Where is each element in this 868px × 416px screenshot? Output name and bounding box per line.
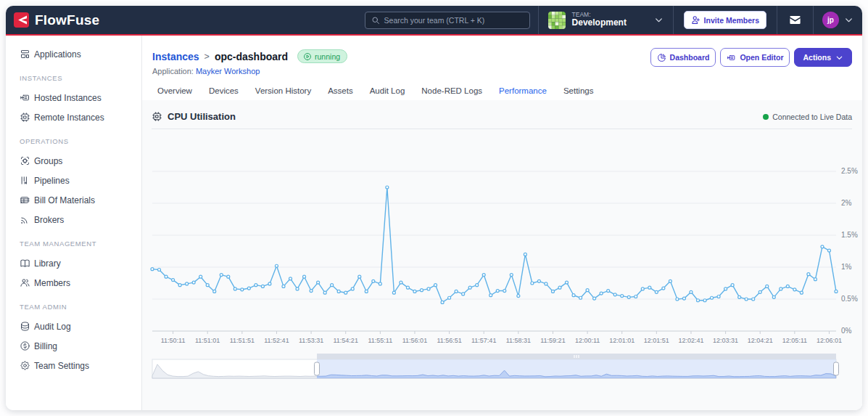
cpu-chip-icon [152,111,162,122]
instance-name: opc-dashboard [215,51,288,62]
notifications-button[interactable] [777,6,813,34]
chart-navigator[interactable] [142,350,862,383]
live-status-dot [763,114,769,120]
sidebar-item-label: Billing [34,341,57,351]
panel-title: CPU Utilisation [168,111,236,122]
chart-pie-icon [657,53,666,62]
sidebar-item-label: Brokers [34,215,64,225]
mail-icon [788,13,802,27]
svg-text:11:59:21: 11:59:21 [540,337,565,344]
brokers-icon [20,214,30,225]
sidebar-item-groups[interactable]: Groups [6,151,141,171]
sidebar-item-label: Library [34,258,61,269]
sidebar-item-label: Team Settings [34,361,89,371]
sidebar-item-library[interactable]: Library [6,253,141,273]
user-add-icon [691,15,700,25]
performance-content: CPU Utilisation Connected to Live Data 0… [142,100,862,410]
invite-members-label: Invite Members [704,16,759,25]
dashboard-button[interactable]: Dashboard [650,48,716,67]
sidebar-section-header: TEAM MANAGEMENT [20,240,141,248]
team-name: Development [572,18,648,28]
sidebar-item-audit-log[interactable]: Audit Log [6,317,141,336]
sidebar-item-label: Pipelines [34,176,70,186]
sidebar-section-header: OPERATIONS [20,137,141,145]
sidebar-item-applications[interactable]: Applications [6,44,141,64]
svg-text:0.5%: 0.5% [841,295,858,303]
user-menu[interactable]: jp [813,6,862,34]
application-link[interactable]: Mayker Workshop [196,67,260,76]
team-settings-icon [20,360,30,371]
invite-members-button[interactable]: Invite Members [684,11,766,29]
groups-icon [20,155,30,166]
sidebar-section-header: TEAM ADMIN [20,303,141,311]
sidebar-item-brokers[interactable]: Brokers [6,210,141,229]
user-avatar: jp [822,12,839,28]
app-window: FlowFuse Search your team (CTRL + K) TEA… [6,6,862,410]
svg-text:12:06:01: 12:06:01 [817,337,842,344]
sidebar-item-label: Applications [34,49,81,60]
sidebar-item-bill-of-materials[interactable]: Bill Of Materials [6,190,141,210]
svg-text:11:52:41: 11:52:41 [264,337,289,344]
svg-text:11:56:51: 11:56:51 [437,337,461,344]
status-badge-label: running [315,52,340,61]
sidebar-section-header: INSTANCES [20,74,141,82]
team-avatar [548,12,566,29]
live-status-label: Connected to Live Data [772,113,852,121]
members-icon [20,277,30,288]
sidebar-item-pipelines[interactable]: Pipelines [6,171,141,190]
svg-text:11:51:01: 11:51:01 [195,337,220,344]
breadcrumb-instances-link[interactable]: Instances [152,51,199,62]
bill-of-materials-icon [20,195,30,205]
hosted-instances-icon [20,92,30,103]
svg-text:11:51:51: 11:51:51 [230,337,255,344]
team-search-input[interactable]: Search your team (CTRL + K) [365,12,530,29]
cpu-utilisation-chart: 0%0.5%1%1.5%2%2.5%11:50:1111:51:0111:51:… [142,131,862,348]
application-label: Application: [152,67,194,76]
sidebar-item-billing[interactable]: Billing [6,336,141,356]
sidebar-item-remote-instances[interactable]: Remote Instances [6,107,141,127]
live-status: Connected to Live Data [763,113,852,121]
flowfuse-logo-icon [14,12,29,28]
sidebar-item-label: Bill Of Materials [34,195,95,205]
play-circle-icon [303,52,312,61]
sidebar-item-label: Members [34,278,70,288]
svg-text:1.5%: 1.5% [841,231,858,239]
sidebar: ApplicationsINSTANCESHosted InstancesRem… [6,36,142,410]
audit-log-icon [20,321,30,332]
chevron-down-icon [835,54,843,62]
svg-text:1%: 1% [841,263,852,271]
billing-icon [20,340,30,351]
svg-text:11:55:11: 11:55:11 [368,337,392,344]
svg-text:11:50:11: 11:50:11 [161,337,186,344]
chevron-down-icon [654,15,664,25]
sidebar-item-hosted-instances[interactable]: Hosted Instances [6,88,141,107]
svg-text:12:01:01: 12:01:01 [609,337,635,344]
open-editor-label: Open Editor [740,53,783,62]
svg-text:11:58:31: 11:58:31 [506,337,531,344]
actions-button[interactable]: Actions [794,48,852,67]
svg-text:11:56:01: 11:56:01 [402,337,427,344]
flowfuse-brand[interactable]: FlowFuse [6,12,99,28]
open-editor-button[interactable]: Open Editor [720,48,790,67]
svg-text:12:00:11: 12:00:11 [575,337,600,344]
sidebar-item-label: Audit Log [34,322,71,332]
svg-text:0%: 0% [841,327,852,335]
svg-text:12:03:31: 12:03:31 [713,337,738,344]
sidebar-item-team-settings[interactable]: Team Settings [6,356,141,375]
team-selector[interactable]: TEAM: Development [538,6,673,34]
library-icon [20,258,30,269]
chevron-down-icon [844,15,853,25]
svg-text:11:57:41: 11:57:41 [471,337,496,344]
remote-instances-icon [20,112,30,123]
sidebar-item-label: Remote Instances [34,113,104,123]
applications-icon [20,49,30,60]
svg-text:2%: 2% [841,199,852,207]
breadcrumb-separator: > [204,52,210,62]
editor-node-icon [727,53,736,62]
actions-label: Actions [803,53,831,62]
sidebar-item-members[interactable]: Members [6,273,141,293]
svg-text:2.5%: 2.5% [841,167,858,175]
sidebar-item-label: Groups [34,156,62,166]
pipelines-icon [20,175,30,186]
panel-divider [152,129,852,129]
